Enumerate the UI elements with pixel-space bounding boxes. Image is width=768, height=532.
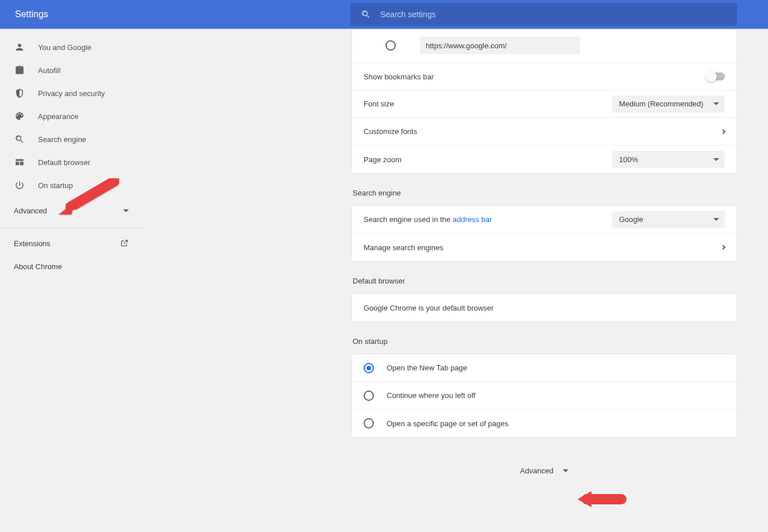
radio-icon[interactable] — [364, 391, 374, 401]
startup-option-new-tab[interactable]: Open the New Tab page — [352, 354, 736, 382]
sidebar-item-label: Privacy and security — [38, 89, 105, 98]
chevron-down-icon — [563, 469, 568, 472]
sidebar-item-on-startup[interactable]: On startup — [0, 174, 142, 197]
search-engine-card: Search engine used in the address bar Go… — [351, 205, 737, 262]
shield-icon — [14, 87, 25, 99]
show-bookmarks-label: Show bookmarks bar — [364, 72, 434, 81]
sidebar-item-privacy[interactable]: Privacy and security — [0, 82, 142, 105]
sidebar-advanced-toggle[interactable]: Advanced — [0, 197, 142, 224]
sidebar-item-about-chrome[interactable]: About Chrome — [0, 255, 142, 278]
sidebar-item-label: On startup — [38, 181, 73, 190]
radio-icon[interactable] — [364, 363, 374, 373]
startup-option-label: Open the New Tab page — [387, 363, 467, 372]
font-size-row: Font size Medium (Recommended) — [352, 90, 736, 118]
about-label: About Chrome — [14, 262, 62, 271]
sidebar-item-default-browser[interactable]: Default browser — [0, 151, 142, 174]
search-icon — [361, 9, 371, 20]
font-size-value: Medium (Recommended) — [619, 99, 704, 108]
manage-search-engines-row[interactable]: Manage search engines — [352, 234, 736, 261]
default-browser-heading: Default browser — [353, 277, 737, 285]
customize-fonts-row[interactable]: Customize fonts — [352, 118, 736, 146]
sidebar-item-autofill[interactable]: Autofill — [0, 59, 142, 82]
radio-icon[interactable] — [385, 40, 396, 51]
startup-option-continue[interactable]: Continue where you left off — [352, 382, 736, 409]
header-bar: Settings — [0, 0, 768, 29]
customize-fonts-label: Customize fonts — [364, 127, 417, 136]
advanced-label: Advanced — [14, 206, 47, 215]
search-engine-used-label: Search engine used in the address bar — [364, 215, 492, 224]
font-size-dropdown[interactable]: Medium (Recommended) — [612, 95, 725, 113]
footer-advanced-label: Advanced — [520, 466, 553, 475]
default-browser-row: Google Chrome is your default browser — [352, 294, 736, 322]
sidebar-item-label: You and Google — [38, 43, 91, 52]
page-zoom-label: Page zoom — [364, 155, 402, 164]
appearance-card: https://www.google.com/ Show bookmarks b… — [351, 30, 737, 174]
search-engine-used-row: Search engine used in the address bar Go… — [352, 206, 736, 234]
default-browser-card: Google Chrome is your default browser — [351, 293, 737, 322]
show-bookmarks-row: Show bookmarks bar — [352, 63, 736, 90]
chevron-down-icon — [123, 209, 129, 212]
homepage-url-input[interactable]: https://www.google.com/ — [420, 37, 580, 54]
sidebar-item-label: Search engine — [38, 135, 86, 144]
search-icon — [14, 133, 25, 145]
search-container[interactable] — [350, 3, 737, 26]
radio-icon[interactable] — [364, 418, 374, 428]
on-startup-heading: On startup — [353, 337, 737, 346]
chevron-down-icon — [713, 102, 719, 105]
extensions-label: Extensions — [14, 239, 51, 248]
homepage-url-value: https://www.google.com/ — [426, 41, 507, 50]
sidebar-item-search-engine[interactable]: Search engine — [0, 128, 142, 151]
palette-icon — [14, 110, 25, 122]
browser-icon — [14, 156, 25, 168]
clipboard-icon — [14, 64, 25, 76]
sidebar-item-you-and-google[interactable]: You and Google — [0, 36, 142, 59]
font-size-label: Font size — [364, 99, 394, 108]
page-zoom-dropdown[interactable]: 100% — [612, 151, 725, 168]
default-browser-text: Google Chrome is your default browser — [364, 304, 494, 312]
startup-option-specific-pages[interactable]: Open a specific page or set of pages — [352, 409, 736, 437]
search-engine-dropdown[interactable]: Google — [612, 211, 725, 228]
address-bar-link[interactable]: address bar — [453, 215, 492, 224]
power-icon — [14, 179, 25, 191]
open-external-icon — [120, 239, 129, 248]
sidebar-item-appearance[interactable]: Appearance — [0, 105, 142, 128]
chevron-down-icon — [713, 218, 719, 221]
sidebar-item-label: Appearance — [38, 112, 78, 121]
chevron-down-icon — [713, 158, 719, 161]
sidebar: You and Google Autofill Privacy and secu… — [0, 30, 142, 532]
chevron-right-icon — [721, 129, 725, 133]
bookmarks-toggle[interactable] — [706, 72, 725, 81]
page-zoom-value: 100% — [619, 155, 638, 164]
person-icon — [14, 41, 25, 53]
page-title: Settings — [15, 9, 48, 20]
search-engine-value: Google — [619, 215, 643, 224]
sidebar-item-label: Default browser — [38, 158, 90, 167]
homepage-url-option[interactable]: https://www.google.com/ — [352, 30, 736, 63]
manage-search-engines-label: Manage search engines — [364, 243, 444, 252]
sidebar-item-label: Autofill — [38, 66, 60, 75]
search-engine-heading: Search engine — [353, 189, 737, 197]
sidebar-item-extensions[interactable]: Extensions — [0, 232, 142, 255]
footer-advanced-toggle[interactable]: Advanced — [351, 466, 737, 475]
on-startup-card: Open the New Tab page Continue where you… — [351, 354, 737, 438]
chevron-right-icon — [721, 245, 725, 250]
sidebar-divider — [0, 228, 142, 228]
startup-option-label: Open a specific page or set of pages — [387, 419, 509, 428]
startup-option-label: Continue where you left off — [387, 391, 475, 400]
main-content: https://www.google.com/ Show bookmarks b… — [142, 30, 768, 532]
search-input[interactable] — [380, 10, 727, 19]
page-zoom-row: Page zoom 100% — [352, 146, 736, 173]
